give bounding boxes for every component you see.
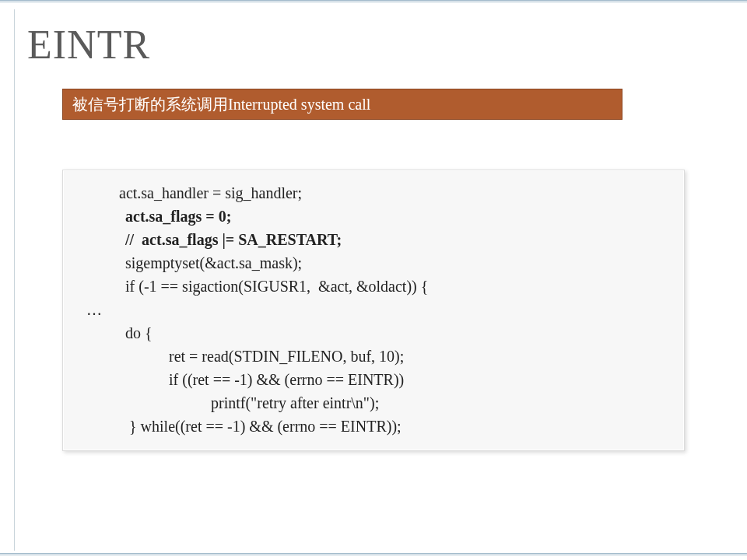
slide-title: EINTR [27,22,150,68]
slide: EINTR 被信号打断的系统调用Interrupted system call … [0,0,747,560]
code-line: act.sa_flags = 0; [75,205,672,228]
bottom-double-rule [0,552,747,560]
subtitle-banner: 被信号打断的系统调用Interrupted system call [62,89,622,120]
code-line: ret = read(STDIN_FILENO, buf, 10); [75,345,672,368]
code-line: if (-1 == sigaction(SIGUSR1, &act, &olda… [75,275,672,298]
code-line: sigemptyset(&act.sa_mask); [75,251,672,275]
code-line: … [75,298,672,321]
code-line: printf("retry after eintr\n"); [75,391,672,415]
code-line: // act.sa_flags |= SA_RESTART; [75,228,672,251]
top-double-rule [0,0,747,8]
code-line: if ((ret == -1) && (errno == EINTR)) [75,368,672,391]
code-line: } while((ret == -1) && (errno == EINTR))… [75,415,672,438]
code-line: do { [75,321,672,345]
code-block: act.sa_handler = sig_handler; act.sa_fla… [62,170,685,451]
left-vertical-rule [14,9,15,551]
code-line: act.sa_handler = sig_handler; [75,181,672,205]
